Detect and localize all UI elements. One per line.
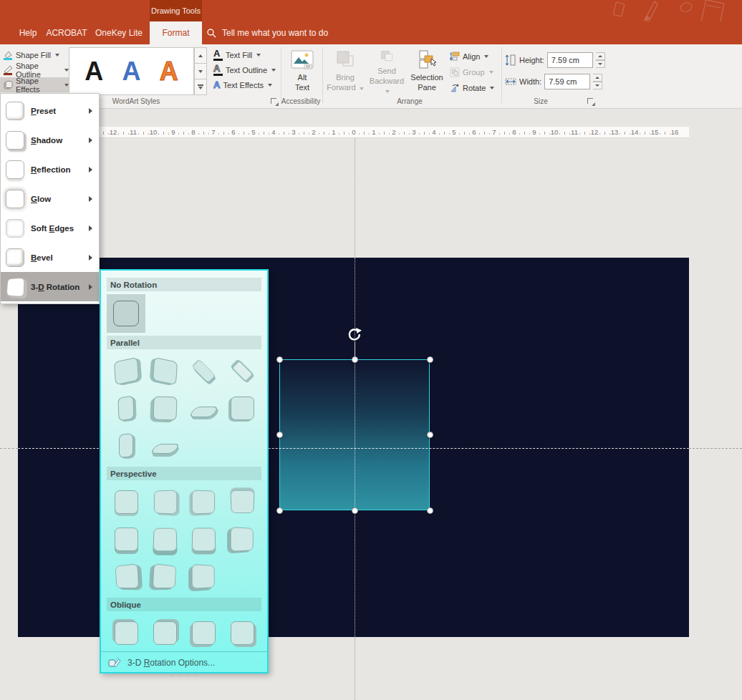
rotation-option-p-b2-icon[interactable] (145, 520, 184, 558)
rotation-option-p-rr2-icon[interactable] (184, 558, 223, 595)
tab-onekey-lite[interactable]: OneKey Lite (90, 21, 148, 44)
cube-preview-icon (230, 527, 253, 552)
rotation-option-thin-l-icon[interactable] (107, 389, 145, 427)
shape-outline-button[interactable]: Shape Outline (0, 62, 69, 77)
rotation-handle[interactable] (347, 327, 362, 343)
ruler-number: 2 (392, 128, 395, 136)
rotation-option-p-rl-icon[interactable] (107, 558, 145, 595)
rotation-option-flat-low-icon[interactable] (184, 389, 223, 427)
rotation-option-flat-low2-icon[interactable] (145, 427, 184, 464)
size-dialog-launcher[interactable] (587, 98, 595, 106)
rotate-button[interactable]: Rotate (450, 80, 494, 95)
effects-menu-item-reflection[interactable]: Reflection (1, 155, 99, 184)
rotation-option-top-flat-icon[interactable] (184, 352, 223, 389)
ruler-dot (198, 133, 199, 135)
ruler-tick (163, 132, 164, 135)
resize-handle[interactable] (427, 507, 433, 514)
submenu-arrow-icon (89, 225, 92, 231)
shape-effects-button[interactable]: Shape Effects (0, 77, 69, 92)
ruler-tick (244, 132, 244, 135)
rotation-option-p-left-icon[interactable] (145, 483, 184, 520)
effects-menu-item-glow[interactable]: Glow (1, 184, 99, 213)
rotation-option-iso-l-icon[interactable] (107, 352, 145, 389)
wordart-style-black[interactable]: A (85, 59, 103, 84)
rotation-option-face-r2-icon[interactable] (223, 389, 261, 427)
rotation-option-p-b1-icon[interactable] (107, 520, 145, 558)
gallery-scroll-down-button[interactable] (194, 64, 207, 79)
resize-handle[interactable] (276, 507, 283, 514)
rotation-option-p-front-icon[interactable] (107, 483, 145, 520)
rotation-option-flat-icon[interactable] (107, 294, 145, 333)
gallery-more-icon (198, 84, 203, 89)
chevron-down-icon (268, 84, 272, 87)
effects-menu-item-bevel[interactable]: Bevel (1, 243, 99, 272)
tell-me-box[interactable]: Tell me what you want to do (206, 21, 328, 44)
width-input[interactable] (544, 74, 590, 89)
rotation-option-o-tr-icon[interactable] (145, 614, 184, 651)
rotation-option-o-br-icon[interactable] (223, 614, 261, 651)
text-fill-button[interactable]: A Text Fill (213, 47, 261, 62)
width-stepper[interactable] (593, 74, 602, 89)
resize-handle[interactable] (352, 507, 358, 514)
group-button[interactable]: Group (450, 64, 493, 79)
gallery-more-button[interactable] (194, 79, 207, 95)
triangle-up-icon (198, 54, 203, 57)
rotation-option-p-right-icon[interactable] (184, 483, 223, 520)
rotation-option-o-bl-icon[interactable] (184, 614, 223, 651)
tab-acrobat[interactable]: ACROBAT (42, 21, 92, 44)
ruler-dot (379, 133, 380, 135)
rotation-option-p-side-icon[interactable] (223, 520, 261, 558)
horizontal-guide-left[interactable] (0, 448, 18, 449)
ruler-tick (183, 132, 184, 135)
ruler-tick (364, 132, 365, 135)
rotation-option-thin-l2-icon[interactable] (107, 427, 145, 464)
wordart-style-blue[interactable]: A (122, 59, 140, 84)
horizontal-guide-right[interactable] (689, 448, 742, 449)
bring-forward-button[interactable]: BringForward (327, 47, 364, 96)
text-effects-icon: A (213, 80, 220, 89)
resize-handle[interactable] (427, 356, 433, 363)
selection-pane-icon (416, 50, 438, 70)
rotation-option-diamond-icon[interactable] (223, 352, 261, 389)
ruler-number: 3 (292, 128, 295, 136)
context-tab-drawing-tools[interactable]: Drawing Tools (150, 0, 202, 21)
text-effects-button[interactable]: A Text Effects (213, 77, 272, 92)
effects-menu-item-soft-edges[interactable]: Soft Edges (1, 213, 99, 243)
wordart-style-orange[interactable]: A (160, 59, 178, 84)
height-input[interactable] (547, 52, 593, 68)
resize-handle[interactable] (276, 432, 283, 438)
selection-pane-button[interactable]: SelectionPane (408, 47, 445, 96)
effects-menu-item-3-d-rotation[interactable]: 3-D Rotation (1, 272, 99, 301)
alt-text-button[interactable]: AltText (284, 47, 321, 96)
shape-fill-button[interactable]: Shape Fill (0, 47, 69, 62)
tab-format[interactable]: Format (150, 21, 202, 44)
ruler-dot (299, 133, 299, 135)
effects-menu-item-preset[interactable]: Preset (1, 96, 99, 125)
ruler-number: 14 (631, 128, 639, 136)
wordart-styles-gallery[interactable]: A A A (69, 47, 194, 95)
vertical-guide-below-slide[interactable] (355, 637, 355, 700)
horizontal-ruler[interactable]: 1312111098765432101234567891011121314151… (0, 127, 689, 138)
effects-menu-item-shadow[interactable]: Shadow (1, 125, 99, 155)
align-button[interactable]: Align (450, 49, 488, 64)
send-backward-button[interactable]: SendBackward (368, 47, 405, 96)
submenu-resize-gripper[interactable]: . . . . (101, 670, 267, 679)
rotation-option-iso-r-icon[interactable] (145, 352, 184, 389)
resize-handle[interactable] (427, 432, 433, 438)
wordart-gallery-scroll (194, 47, 207, 95)
rotation-option-p-b3-icon[interactable] (184, 520, 223, 558)
gallery-scroll-up-button[interactable] (194, 47, 207, 64)
height-stepper[interactable] (596, 52, 605, 68)
ruler-dot (640, 133, 640, 135)
3d-rotation-options-item[interactable]: 3-D Rotation Options... (101, 651, 267, 670)
rotation-option-o-tl-icon[interactable] (107, 614, 145, 651)
rotation-option-p-rr-icon[interactable] (145, 558, 184, 595)
submenu-section-header: Oblique (107, 598, 261, 611)
resize-handle[interactable] (276, 356, 283, 363)
vertical-guide[interactable] (355, 258, 355, 637)
rotation-option-p-top-icon[interactable] (223, 483, 261, 520)
text-outline-button[interactable]: A Text Outline (213, 62, 276, 77)
3d-rotation-options-icon (108, 657, 121, 669)
rotation-option-face-r-icon[interactable] (145, 389, 184, 427)
vertical-guide-above-slide[interactable] (355, 138, 355, 258)
